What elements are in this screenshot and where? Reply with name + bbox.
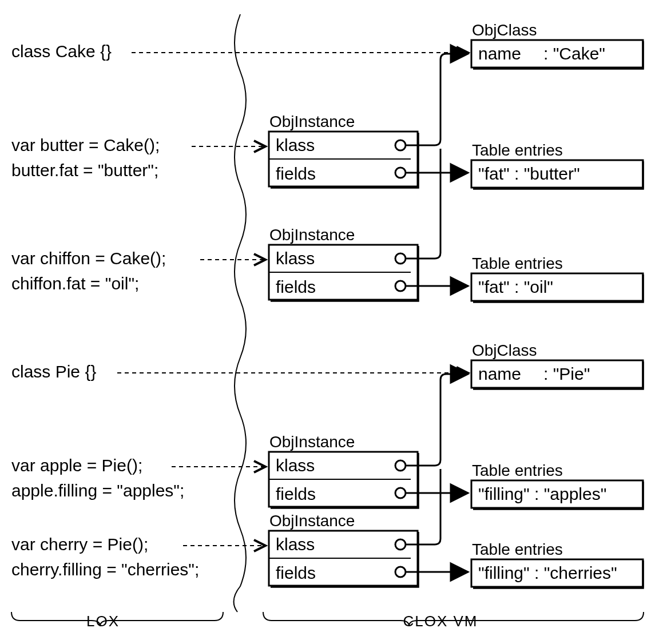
chiffon-fields: fields [276,277,316,296]
code-line-6: class Pie {} [11,362,96,381]
objinstance-cherry: ObjInstance klass fields [269,512,418,587]
cherry-fields-dot [395,567,406,577]
table-header-1: Table entries [472,141,563,159]
chiffon-fields-dot [395,281,406,291]
lox-source: class Cake {} var butter = Cake(); butte… [11,42,199,579]
code-line-9: var cherry = Pie(); [11,535,148,554]
butter-fields-dot [395,168,406,178]
table-header-3: Table entries [472,462,563,479]
code-line-10: cherry.filling = "cherries"; [11,560,199,579]
chiffon-entry: "fat" : "oil" [478,277,553,296]
cake-name-key: name [478,44,521,63]
objinstance-apple: ObjInstance klass fields [269,433,418,508]
code-line-4: var chiffon = Cake(); [11,249,166,268]
butter-klass: klass [276,136,315,154]
objinstance-header-1: ObjInstance [269,113,355,130]
divider-wave [234,14,246,612]
code-line-7: var apple = Pie(); [11,456,142,475]
chiffon-klass-dot [395,253,406,264]
objclass-cake: ObjClass name : "Cake" [471,21,643,69]
table-entries-chiffon: Table entries "fat" : "oil" [471,255,643,302]
code-line-5: chiffon.fat = "oil"; [11,274,139,293]
code-line-3: butter.fat = "butter"; [11,161,158,180]
objinstance-chiffon: ObjInstance klass fields [269,226,418,301]
table-entries-butter: Table entries "fat" : "butter" [471,141,643,189]
butter-fields: fields [276,164,316,183]
apple-klass: klass [276,456,315,475]
clox-label: CLOX VM [403,613,478,630]
chiffon-klass: klass [276,249,315,268]
diagram-canvas: class Cake {} var butter = Cake(); butte… [0,0,659,644]
pie-name-val: : "Pie" [543,364,590,383]
cherry-klass: klass [276,535,315,554]
objinstance-header-4: ObjInstance [269,512,355,530]
table-entries-cherry: Table entries "filling" : "cherries" [471,540,643,588]
code-line-1: class Cake {} [11,42,112,61]
code-line-2: var butter = Cake(); [11,136,160,154]
objclass-pie: ObjClass name : "Pie" [471,341,643,389]
cherry-klass-dot [395,539,406,550]
objclass-header-pie: ObjClass [472,341,537,359]
apple-entry: "filling" : "apples" [478,484,606,503]
butter-klass-dot [395,140,406,150]
cherry-entry: "filling" : "cherries" [478,563,617,582]
table-entries-apple: Table entries "filling" : "apples" [471,462,643,509]
objinstance-butter: ObjInstance klass fields [269,113,418,188]
lox-label: LOX [86,613,120,630]
objinstance-header-2: ObjInstance [269,226,355,244]
butter-entry: "fat" : "butter" [478,164,580,183]
table-header-4: Table entries [472,540,563,558]
apple-fields-dot [395,488,406,498]
code-line-8: apple.filling = "apples"; [11,481,184,500]
apple-klass-dot [395,460,406,471]
objinstance-header-3: ObjInstance [269,433,355,451]
cake-name-val: : "Cake" [543,44,605,63]
objclass-header-cake: ObjClass [472,21,537,39]
cherry-fields: fields [276,563,316,582]
pie-name-key: name [478,364,521,383]
apple-fields: fields [276,484,316,503]
table-header-2: Table entries [472,255,563,272]
